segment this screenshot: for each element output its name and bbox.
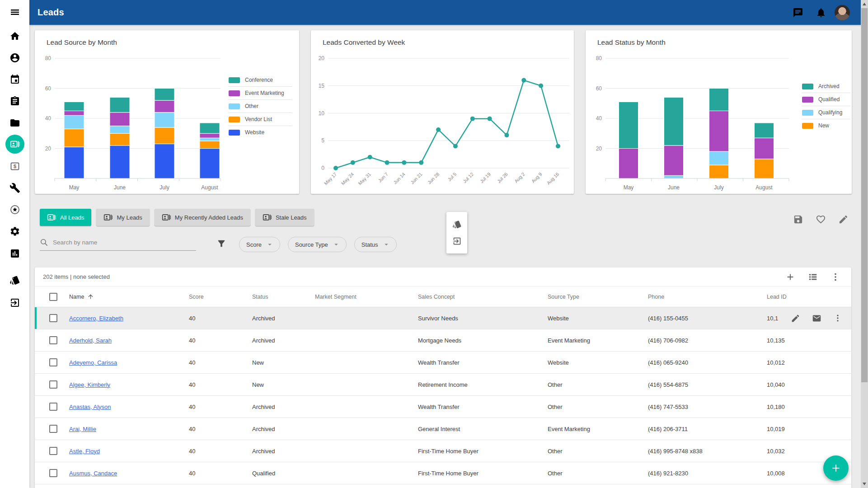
scroll-up-button[interactable] xyxy=(861,0,868,8)
table-row[interactable]: Ausmus, Candace40QualifiedFirst-Time Hom… xyxy=(35,462,851,484)
svg-text:40: 40 xyxy=(596,115,602,122)
table-header-row: NameScoreStatusMarket SegmentSales Conce… xyxy=(35,286,851,307)
column-header-market-segment[interactable]: Market Segment xyxy=(310,294,413,300)
sidebar-item-leads-active[interactable] xyxy=(5,135,24,154)
svg-text:May 31: May 31 xyxy=(357,171,372,186)
edit-icon[interactable] xyxy=(838,214,849,225)
column-header-source-type[interactable]: Source Type xyxy=(542,294,643,300)
column-header-score[interactable]: Score xyxy=(183,294,247,300)
add-icon[interactable] xyxy=(785,272,795,282)
scroll-down-button[interactable] xyxy=(861,480,868,488)
row-checkbox[interactable] xyxy=(49,358,57,366)
row-checkbox[interactable] xyxy=(49,380,57,389)
tools-icon[interactable] xyxy=(9,183,20,193)
page-scrollbar[interactable] xyxy=(861,0,868,488)
svg-text:60: 60 xyxy=(45,85,52,92)
mail-icon[interactable] xyxy=(812,314,821,323)
row-checkbox[interactable] xyxy=(49,314,57,322)
svg-text:Jun 14: Jun 14 xyxy=(392,171,406,185)
dropdown-score[interactable]: Score xyxy=(239,237,280,252)
lead-name-link[interactable]: Algee, Kimberly xyxy=(69,381,110,388)
legend-item-qualified[interactable]: Qualified xyxy=(802,93,850,106)
dropdown-source-type[interactable]: Source Type xyxy=(288,237,347,252)
select-all-checkbox[interactable] xyxy=(49,293,57,301)
row-checkbox[interactable] xyxy=(49,425,57,433)
row-checkbox[interactable] xyxy=(49,447,57,455)
table-row[interactable]: Arai, Millie40ArchivedGeneral InterestEv… xyxy=(35,418,851,440)
svg-text:August: August xyxy=(201,184,218,191)
lead-name-link[interactable]: Anastas, Alyson xyxy=(69,404,111,410)
lead-name-link[interactable]: Astle, Floyd xyxy=(69,448,100,455)
tags-action-icon[interactable] xyxy=(452,220,462,229)
contact-card-icon xyxy=(263,213,272,222)
view-list-icon[interactable] xyxy=(808,272,818,282)
settings-icon[interactable] xyxy=(9,226,20,237)
filter-funnel-icon[interactable] xyxy=(216,239,226,249)
lead-name-link[interactable]: Aderhold, Sarah xyxy=(69,337,112,344)
legend-item-new[interactable]: New xyxy=(802,119,850,132)
table-row[interactable]: Algee, Kimberly40NewRetirement IncomeOth… xyxy=(35,374,851,396)
opportunities-icon[interactable] xyxy=(9,161,20,172)
lead-id-value: 10,180 xyxy=(767,404,785,410)
table-row[interactable]: Astle, Floyd40ArchivedFirst-Time Home Bu… xyxy=(35,440,851,462)
lead-name-link[interactable]: Accornero, Elizabeth xyxy=(69,315,123,322)
pencil-icon[interactable] xyxy=(791,314,800,323)
more-options-icon[interactable] xyxy=(830,272,840,282)
column-header-label: Score xyxy=(189,294,204,300)
legend-item-other[interactable]: Other xyxy=(228,100,292,113)
save-icon[interactable] xyxy=(793,214,803,225)
column-header-name[interactable]: Name xyxy=(64,293,183,300)
filter-tab-my-leads[interactable]: My Leads xyxy=(96,209,149,226)
svg-text:Jul 12: Jul 12 xyxy=(462,171,474,184)
scrollbar-thumb[interactable] xyxy=(861,8,868,382)
legend-item-conference[interactable]: Conference xyxy=(228,74,292,87)
cell-score: 40 xyxy=(183,426,247,432)
column-header-phone[interactable]: Phone xyxy=(643,294,761,300)
svg-text:May 17: May 17 xyxy=(323,171,338,186)
legend-item-website[interactable]: Website xyxy=(228,126,292,139)
table-row[interactable]: Adeyemo, Carissa40NewWealth TransferWebs… xyxy=(35,352,851,374)
search-input[interactable] xyxy=(53,239,196,246)
tags-icon[interactable] xyxy=(9,275,20,286)
legend-item-qualifying[interactable]: Qualifying xyxy=(802,106,850,119)
more-icon[interactable] xyxy=(833,314,842,323)
table-row[interactable]: Aderhold, Sarah40ArchivedMortgage NeedsE… xyxy=(35,329,851,352)
logout-icon[interactable] xyxy=(9,297,20,308)
row-checkbox[interactable] xyxy=(49,336,57,344)
contacts-icon[interactable] xyxy=(9,52,20,63)
row-checkbox[interactable] xyxy=(49,403,57,411)
lead-name-link[interactable]: Adeyemo, Carissa xyxy=(69,359,117,366)
home-icon[interactable] xyxy=(9,31,20,42)
svg-text:10: 10 xyxy=(319,110,325,117)
notifications-icon[interactable] xyxy=(816,7,826,18)
legend-item-vendor-list[interactable]: Vendor List xyxy=(228,113,292,126)
dropdown-status[interactable]: Status xyxy=(354,237,397,252)
calendar-icon[interactable] xyxy=(9,74,20,85)
table-row[interactable]: Accornero, Elizabeth40ArchivedSurvivor N… xyxy=(35,307,851,329)
column-header-status[interactable]: Status xyxy=(247,294,310,300)
quick-add-icon[interactable] xyxy=(9,204,20,215)
lead-id-value: 10,019 xyxy=(767,426,785,432)
filter-tab-stale-leads[interactable]: Stale Leads xyxy=(255,209,314,226)
column-header-sales-concept[interactable]: Sales Concept xyxy=(413,294,542,300)
table-row[interactable]: Anastas, Alyson40ArchivedWealth Transfer… xyxy=(35,396,851,418)
row-checkbox[interactable] xyxy=(49,469,57,477)
menu-icon[interactable] xyxy=(9,7,20,18)
avatar[interactable] xyxy=(835,5,850,20)
lead-name-link[interactable]: Ausmus, Candace xyxy=(69,470,117,477)
legend-label: Event Marketing xyxy=(245,90,284,96)
filter-tab-all-leads[interactable]: All Leads xyxy=(40,209,91,226)
export-icon[interactable] xyxy=(452,236,462,246)
add-lead-fab[interactable] xyxy=(823,455,849,481)
reports-icon[interactable] xyxy=(9,248,20,259)
legend-item-archived[interactable]: Archived xyxy=(802,80,850,93)
list-count-bar: 202 items | none selected xyxy=(35,267,851,286)
activities-icon[interactable] xyxy=(9,96,20,107)
favorite-icon[interactable] xyxy=(816,214,826,225)
filter-tab-my-recently-added-leads[interactable]: My Recently Added Leads xyxy=(155,209,250,226)
lead-name-link[interactable]: Arai, Millie xyxy=(69,426,96,432)
legend-item-event-marketing[interactable]: Event Marketing xyxy=(228,87,292,100)
column-header-lead-id[interactable]: Lead ID xyxy=(761,294,851,300)
chat-icon[interactable] xyxy=(793,7,803,18)
documents-icon[interactable] xyxy=(9,117,20,128)
